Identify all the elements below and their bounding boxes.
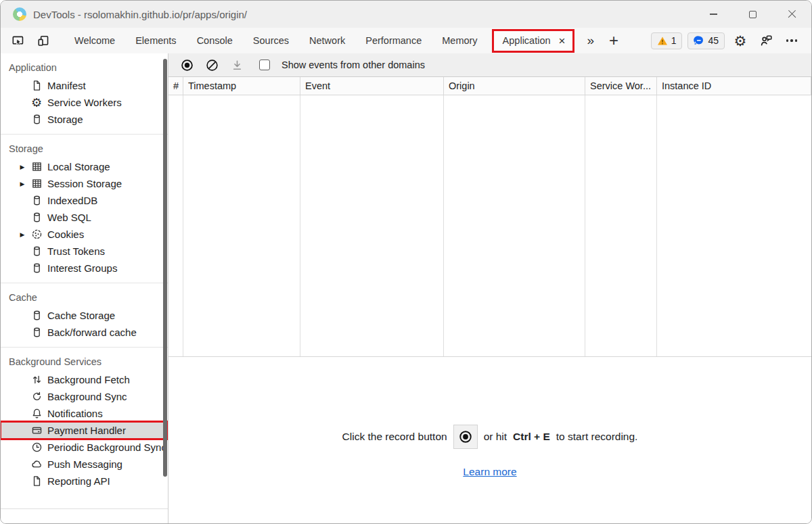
sidebar-item-reporting-api[interactable]: Reporting API (1, 473, 168, 490)
sidebar-item-label: Web SQL (47, 212, 91, 223)
tab-application[interactable]: Application (503, 28, 558, 53)
save-events-button[interactable] (227, 55, 246, 74)
sidebar-item-interest-groups[interactable]: Interest Groups (1, 260, 168, 277)
database-icon (30, 327, 43, 339)
devtools-tab-bar: Welcome Elements Console Sources Network… (1, 28, 811, 53)
close-button[interactable] (772, 1, 811, 28)
bell-icon (30, 408, 43, 420)
maximize-icon (749, 11, 757, 18)
sidebar-section-cache: Cache Cache Storage Back/forward cache (1, 283, 168, 347)
tab-console[interactable]: Console (187, 28, 243, 53)
more-tabs-button[interactable]: » (579, 33, 602, 48)
up-down-arrows-icon (30, 374, 43, 386)
tab-performance[interactable]: Performance (355, 28, 432, 53)
sidebar-item-cookies[interactable]: Cookies (1, 226, 168, 243)
record-icon (459, 430, 472, 444)
sidebar-item-label: Reporting API (47, 475, 110, 487)
minimize-button[interactable] (694, 1, 733, 28)
empty-column (168, 95, 183, 356)
issues-badge[interactable]: 1 (651, 32, 683, 49)
record-events-button[interactable] (177, 55, 196, 74)
settings-button[interactable]: ⚙ (730, 30, 750, 51)
sidebar-item-background-sync[interactable]: Background Sync (1, 388, 168, 405)
devtools-favicon-icon (13, 7, 26, 21)
tab-network[interactable]: Network (299, 28, 355, 53)
tabbar-right-controls: 1 45 ⚙ (651, 30, 811, 51)
sidebar-item-label: Push Messaging (47, 458, 122, 470)
sidebar-item-label: Service Workers (47, 97, 122, 108)
devtools-window: DevTools - rsolomakhin.github.io/pr/apps… (0, 0, 812, 524)
section-title: Background Services (1, 351, 168, 371)
sidebar-item-label: Cookies (47, 229, 84, 240)
sidebar-item-indexeddb[interactable]: IndexedDB (1, 192, 168, 209)
panel-tabs: Welcome Elements Console Sources Network… (64, 28, 625, 53)
message-prefix: Click the record button (342, 431, 447, 443)
sidebar-item-label: Manifest (47, 80, 86, 91)
window-title: DevTools - rsolomakhin.github.io/pr/apps… (33, 9, 247, 20)
maximize-button[interactable] (733, 1, 772, 28)
expand-arrow-icon[interactable] (14, 181, 30, 187)
show-events-checkbox[interactable] (259, 59, 270, 70)
sidebar-item-label: Trust Tokens (47, 245, 105, 257)
empty-column (444, 95, 585, 356)
sidebar-item-notifications[interactable]: Notifications (1, 405, 168, 422)
column-header-instance-id[interactable]: Instance ID (657, 77, 811, 95)
sidebar-item-session-storage[interactable]: Session Storage (1, 175, 168, 192)
device-emulation-icon (37, 34, 50, 47)
inspect-element-button[interactable] (9, 32, 26, 49)
expand-arrow-icon[interactable] (14, 231, 30, 238)
column-header-service-worker[interactable]: Service Wor... (585, 77, 657, 95)
document-icon (30, 80, 43, 92)
person-feedback-icon (759, 34, 773, 47)
sidebar-item-cache-storage[interactable]: Cache Storage (1, 307, 168, 324)
sidebar-item-background-fetch[interactable]: Background Fetch (1, 371, 168, 388)
sidebar-item-trust-tokens[interactable]: Trust Tokens (1, 243, 168, 260)
column-header-number[interactable]: # (168, 77, 183, 95)
feedback-button[interactable] (756, 30, 776, 51)
column-header-origin[interactable]: Origin (444, 77, 585, 95)
database-icon (30, 114, 43, 126)
column-header-event[interactable]: Event (300, 77, 444, 95)
tab-elements[interactable]: Elements (125, 28, 186, 53)
sidebar-item-label: Background Sync (47, 391, 127, 402)
sidebar-item-label: Local Storage (47, 161, 110, 172)
sidebar-item-label: Periodic Background Sync (47, 442, 166, 453)
tab-sources[interactable]: Sources (243, 28, 299, 53)
expand-arrow-icon[interactable] (14, 164, 30, 170)
learn-more-link[interactable]: Learn more (463, 466, 516, 478)
shortcut-text: Ctrl + E (513, 431, 550, 443)
sidebar-item-manifest[interactable]: Manifest (1, 77, 168, 94)
events-table-header: # Timestamp Event Origin Service Wor... … (168, 77, 811, 95)
column-header-timestamp[interactable]: Timestamp (183, 77, 300, 95)
more-options-button[interactable] (782, 30, 802, 51)
tab-welcome[interactable]: Welcome (64, 28, 125, 53)
clear-events-button[interactable] (202, 55, 221, 74)
feedback-count-badge[interactable]: 45 (687, 32, 725, 49)
minimize-icon (710, 14, 717, 14)
close-icon (788, 10, 796, 19)
message-mid: or hit (484, 431, 507, 443)
document-icon (30, 475, 43, 487)
close-tab-icon[interactable]: × (558, 35, 567, 47)
database-icon (30, 310, 43, 322)
sidebar-item-label: Session Storage (47, 178, 122, 189)
window-controls (694, 1, 811, 28)
tab-memory[interactable]: Memory (432, 28, 487, 53)
add-tab-button[interactable]: + (602, 32, 625, 49)
events-toolbar: Show events from other domains (168, 53, 811, 77)
sidebar-section-storage: Storage Local Storage Session Storage In… (1, 134, 168, 283)
sidebar-item-push-messaging[interactable]: Push Messaging (1, 456, 168, 473)
device-toolbar-button[interactable] (35, 32, 52, 49)
sidebar-item-local-storage[interactable]: Local Storage (1, 158, 168, 175)
sidebar-scrollbar-thumb[interactable] (163, 59, 167, 477)
sidebar-section-background-services: Background Services Background Fetch Bac… (1, 347, 168, 496)
sidebar-item-back-forward-cache[interactable]: Back/forward cache (1, 324, 168, 341)
sidebar-item-label: Back/forward cache (47, 327, 137, 338)
empty-column (300, 95, 444, 356)
sidebar-item-payment-handler[interactable]: Payment Handler (1, 422, 168, 439)
database-icon (30, 262, 43, 275)
sidebar-item-periodic-background-sync[interactable]: Periodic Background Sync (1, 439, 168, 456)
sidebar-item-web-sql[interactable]: Web SQL (1, 209, 168, 226)
sidebar-item-service-workers[interactable]: ⚙ Service Workers (1, 94, 168, 111)
sidebar-item-storage[interactable]: Storage (1, 111, 168, 128)
